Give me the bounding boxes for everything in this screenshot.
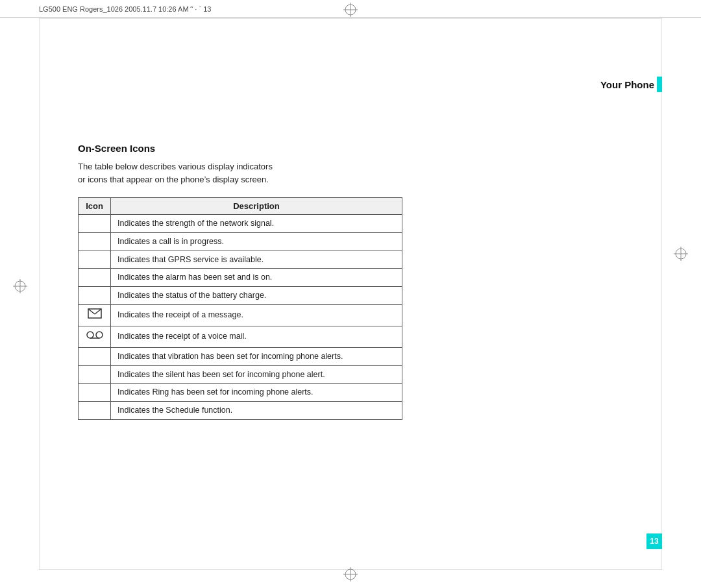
icon-cell-10 — [79, 402, 111, 420]
crosshair-left — [13, 279, 27, 293]
icon-cell-9 — [79, 384, 111, 402]
table-row: Indicates that GPRS service is available… — [79, 251, 402, 269]
margin-left — [39, 18, 40, 570]
page-title: Your Phone — [600, 79, 654, 90]
description-cell-2: Indicates that GPRS service is available… — [111, 251, 402, 269]
description-cell-10: Indicates the Schedule function. — [111, 402, 402, 420]
description-cell-9: Indicates Ring has been set for incoming… — [111, 384, 402, 402]
icon-cell-3 — [79, 269, 111, 287]
table-row: Indicates the Schedule function. — [79, 402, 402, 420]
table-row: Indicates that vibration has been set fo… — [79, 347, 402, 365]
page-number: 13 — [646, 533, 662, 549]
svg-line-13 — [88, 309, 95, 314]
description-cell-5: Indicates the receipt of a message. — [111, 304, 402, 326]
main-content: On-Screen Icons The table below describe… — [78, 143, 402, 420]
section-title: On-Screen Icons — [78, 143, 402, 154]
icon-cell-1 — [79, 232, 111, 251]
table-row: Indicates the receipt of a message. — [79, 304, 402, 326]
col-header-description: Description — [111, 198, 402, 215]
cyan-accent-block — [657, 77, 662, 92]
svg-point-16 — [96, 332, 103, 338]
table-row: Indicates the receipt of a voice mail. — [79, 326, 402, 347]
table-row: Indicates the status of the battery char… — [79, 287, 402, 305]
svg-line-14 — [95, 309, 101, 314]
icon-cell-4 — [79, 287, 111, 305]
table-row: Indicates the silent has been set for in… — [79, 365, 402, 384]
crosshair-right — [674, 247, 688, 261]
icon-cell-7 — [79, 347, 111, 365]
table-row: Indicates the alarm has been set and is … — [79, 269, 402, 287]
margin-top — [39, 18, 662, 19]
voicemail-icon — [86, 330, 104, 340]
envelope-icon — [88, 308, 102, 319]
icon-cell-0 — [79, 215, 111, 233]
crosshair-top — [343, 3, 358, 17]
icon-cell-6 — [79, 326, 111, 347]
table-row: Indicates the strength of the network si… — [79, 215, 402, 233]
col-header-icon: Icon — [79, 198, 111, 215]
margin-right — [661, 18, 662, 570]
description-cell-1: Indicates a call is in progress. — [111, 232, 402, 251]
description-cell-8: Indicates the silent has been set for in… — [111, 365, 402, 384]
table-row: Indicates a call is in progress. — [79, 232, 402, 251]
intro-line1: The table below describes various displa… — [78, 162, 273, 171]
description-cell-4: Indicates the status of the battery char… — [111, 287, 402, 305]
description-cell-0: Indicates the strength of the network si… — [111, 215, 402, 233]
icons-table: Icon Description Indicates the strength … — [78, 197, 402, 420]
icon-cell-5 — [79, 304, 111, 326]
description-cell-6: Indicates the receipt of a voice mail. — [111, 326, 402, 347]
icon-cell-8 — [79, 365, 111, 384]
page-title-area: Your Phone — [600, 77, 662, 92]
intro-line2: or icons that appear on the phone’s disp… — [78, 175, 269, 184]
table-row: Indicates Ring has been set for incoming… — [79, 384, 402, 402]
svg-point-15 — [87, 332, 93, 338]
description-cell-3: Indicates the alarm has been set and is … — [111, 269, 402, 287]
icon-cell-2 — [79, 251, 111, 269]
description-cell-7: Indicates that vibration has been set fo… — [111, 347, 402, 365]
section-intro: The table below describes various displa… — [78, 160, 402, 186]
crosshair-bottom — [343, 567, 358, 582]
